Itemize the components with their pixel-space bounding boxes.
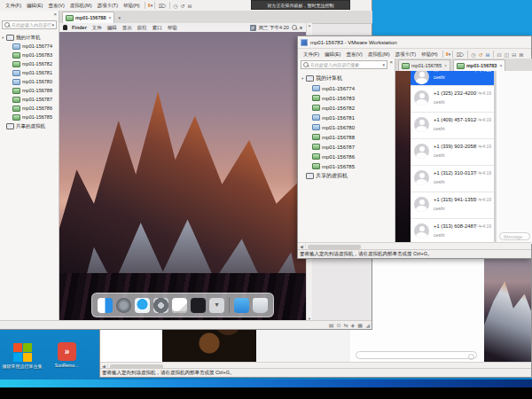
menu-view[interactable]: 查看(V) [343,51,364,58]
contact-row[interactable]: +1 (312) 310-0137 ceshi 下午4:19 [411,166,494,192]
unity-view-icon[interactable]: ⊠ [518,51,525,58]
contact-row-selected[interactable]: … ceshi 下午4:19 [411,71,494,86]
snapshot-revert-icon[interactable]: ↺ [179,3,186,9]
contact-row[interactable]: +1 (409) 457-1912 ceshi 下午4:19 [411,113,494,139]
tree-my-computer[interactable]: ▾我的计算机 [301,74,394,83]
macos-menu-edit[interactable]: 编辑 [105,25,120,31]
tree-vm-item[interactable]: mp01-156774 [2,42,58,51]
send-ctrl-alt-del-icon[interactable]: ⌦ [455,51,465,58]
taskbar-strip[interactable] [0,379,532,387]
menu-help[interactable]: 帮助(H) [419,51,441,58]
front-vm-screen[interactable]: … ceshi 下午4:19 +1 (325) 232-4200 ceshi 下… [395,71,532,244]
launchpad-icon[interactable] [116,298,131,313]
contact-row[interactable]: +1 (325) 232-4200 ceshi 下午4:19 [411,86,494,113]
installer-icon[interactable]: ▾ [209,298,224,313]
menu-edit[interactable]: 编辑(E) [322,51,343,58]
snapshot-manager-icon[interactable]: ⊞ [484,51,491,58]
menu-help[interactable]: 帮助(H) [121,3,143,9]
macos-menu-help[interactable]: 帮助 [165,25,180,31]
message-input[interactable]: iMessage [499,232,530,240]
notification-center-icon[interactable]: ≡ [300,25,302,30]
tree-vm-item[interactable]: mp01-156782 [301,103,394,113]
resize-grip[interactable]: ◢ [365,322,370,328]
tree-vm-item[interactable]: mp01-156787 [2,95,58,104]
tab-mp01-156788[interactable]: mp01-156788 × [62,12,114,23]
menu-tabs[interactable]: 选项卡(T) [94,3,121,9]
search-dropdown-icon[interactable]: ▾ [382,62,385,67]
tree-vm-item[interactable]: mp01-156781 [2,68,58,77]
tree-vm-item[interactable]: mp01-156787 [301,142,394,152]
macos-menu-show[interactable]: 显示 [120,25,135,31]
power-dropdown-icon[interactable]: ▾ [151,3,153,8]
console-view-icon[interactable]: ⊡ [496,51,503,58]
contact-row[interactable]: +1 (339) 903-2058 ceshi 下午4:19 [411,139,494,166]
menu-view[interactable]: 查看(V) [45,3,66,9]
tree-vm-item[interactable]: mp01-156782 [2,59,58,68]
device-printer-icon[interactable]: ▦ [356,322,364,328]
trash-icon[interactable] [253,298,268,313]
contact-row[interactable]: +1 (315) 941-1355 ceshi 下午4:19 [411,192,494,219]
vmware-window-front[interactable]: mp01-156783 - VMware Workstation 文件(F) 编… [297,35,532,259]
tree-vm-item[interactable]: mp01-156788 [301,132,394,142]
tree-vm-item[interactable]: mp01-156780 [301,122,394,132]
tree-vm-item[interactable]: mp01-156783 [301,93,394,103]
search-dropdown-icon[interactable]: ▾ [51,22,54,27]
desktop-icon-sunremo[interactable]: » SunRemo... [46,342,87,368]
fullscreen-icon[interactable]: ⊟ [511,51,518,58]
tree-shared-vms[interactable]: 共享的虚拟机 [301,171,394,181]
snapshot-manager-icon[interactable]: ⊞ [186,3,193,9]
front-titlebar[interactable]: mp01-156783 - VMware Workstation [298,36,531,49]
tree-vm-item[interactable]: mp01-156785 [301,161,394,171]
tree-my-computer[interactable]: ▾我的计算机 [2,33,58,42]
send-ctrl-alt-del-icon[interactable]: ⌦ [157,3,167,9]
library-search[interactable]: 在此处键入内容进行搜索 ▾ [2,20,57,29]
tab-list-icon[interactable]: ▾ [118,15,121,20]
tree-vm-item[interactable]: mp01-156786 [2,104,58,113]
menu-edit[interactable]: 编辑(E) [24,3,45,9]
contact-row[interactable]: +1 (313) 608-2487 ceshi 下午4:19 [411,219,494,244]
menu-file[interactable]: 文件(F) [3,3,24,9]
tab-mp01-156785[interactable]: mp01-156785 × [398,59,450,71]
tree-vm-item[interactable]: mp01-156774 [301,83,394,93]
message-input[interactable] [356,351,477,359]
tree-vm-item[interactable]: mp01-156783 [2,51,58,59]
device-sound-icon[interactable]: ◈ [349,322,356,328]
spotlight-search-icon[interactable] [292,25,297,30]
menu-file[interactable]: 文件(F) [301,51,322,58]
back-vm-screen[interactable]: Finder 文件 编辑 显示 前往 窗口 帮助 拼 周三 下午4:20 ≡ [59,23,306,321]
menubar-clock[interactable]: 周三 下午4:20 [259,25,289,31]
apple-logo-icon[interactable] [63,25,67,30]
system-preferences-icon[interactable] [153,298,168,313]
snapshot-revert-icon[interactable]: ↺ [477,51,484,58]
tree-vm-item[interactable]: mp01-156781 [301,113,394,122]
finder-icon[interactable] [98,298,113,313]
tree-vm-item[interactable]: mp01-156780 [2,77,58,86]
messages-icon[interactable] [135,298,150,313]
tab-mp01-156783[interactable]: mp01-156783 × [453,59,505,71]
macos-menu-file[interactable]: 文件 [90,25,105,31]
tree-shared-vms[interactable]: 共享的虚拟机 [2,121,58,130]
tree-vm-item[interactable]: mp01-156788 [2,86,58,95]
snapshot-take-icon[interactable]: ◷ [470,51,477,58]
macos-menu-finder[interactable]: Finder [69,25,90,30]
device-hdd-icon[interactable]: ▤ [327,322,335,328]
show-library-icon[interactable]: ◫ [503,51,511,58]
snapshot-take-icon[interactable]: ◷ [172,3,179,9]
tree-vm-item[interactable]: mp01-156786 [301,152,394,161]
scroll-up-icon[interactable]: ▴ [309,23,310,27]
library-close-icon[interactable]: × [53,12,57,17]
emoji-icon[interactable] [468,354,474,360]
macos-menu-go[interactable]: 前往 [135,25,150,31]
tab-close-icon[interactable]: × [444,63,447,68]
menu-vm[interactable]: 虚拟机(M) [365,51,393,58]
library-search[interactable]: 在此处键入内容进行搜索 ▾ [301,60,387,69]
menu-tabs[interactable]: 选项卡(T) [392,51,419,58]
tab-close-icon[interactable]: × [499,63,502,68]
downloads-folder-icon[interactable] [234,298,249,313]
desktop-icon-runtime-pack[interactable]: 微软常用运行库合集 [2,343,43,369]
textedit-icon[interactable] [172,298,187,313]
library-close-icon[interactable]: × [389,59,393,65]
macos-menu-window[interactable]: 窗口 [150,25,165,31]
device-cdrom-icon[interactable]: ⊙ [335,322,342,328]
power-dropdown-icon[interactable]: ▾ [449,51,451,57]
